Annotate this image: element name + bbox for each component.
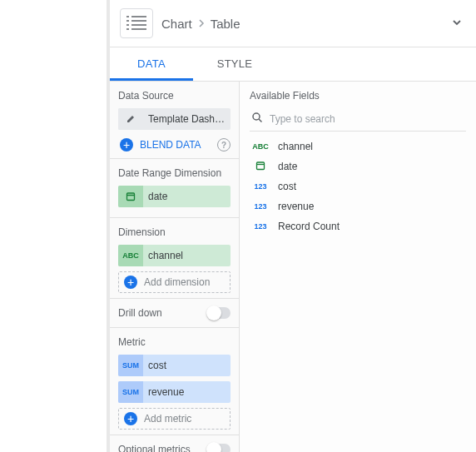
optional-metrics-toggle[interactable] [207, 444, 231, 452]
number-type-icon: 123 [251, 202, 270, 211]
date-range-chip[interactable]: date [118, 186, 231, 207]
field-revenue[interactable]: 123 revenue [250, 196, 466, 216]
calendar-icon [118, 186, 143, 207]
section-metric: Metric SUM cost SUM revenue + Add metric [110, 328, 239, 435]
data-source-name: Template Dashbo... [143, 113, 231, 125]
optional-metrics-row: Optional metrics [110, 435, 239, 452]
field-label: cost [278, 181, 296, 192]
section-data-source: Data Source Template Dashbo... + BLEND D… [110, 82, 239, 159]
field-record-count[interactable]: 123 Record Count [250, 216, 466, 236]
chevron-down-icon[interactable] [451, 17, 463, 31]
sum-badge: SUM [118, 381, 143, 403]
data-source-chip[interactable]: Template Dashbo... [118, 108, 231, 130]
section-dimension: Dimension ABC channel + Add dimension [110, 218, 239, 299]
metric-name: cost [143, 360, 231, 371]
date-range-title: Date Range Dimension [118, 167, 231, 179]
add-metric-button[interactable]: + Add metric [118, 408, 231, 430]
calendar-icon [251, 161, 270, 172]
field-label: Record Count [278, 221, 340, 232]
dimension-chip-channel[interactable]: ABC channel [118, 245, 231, 266]
chart-type-table-icon[interactable] [120, 8, 153, 38]
tab-data[interactable]: DATA [110, 47, 193, 81]
search-input[interactable] [270, 113, 464, 125]
date-range-name: date [143, 191, 231, 202]
field-label: revenue [278, 201, 314, 212]
field-label: channel [278, 141, 313, 152]
section-date-range: Date Range Dimension date [110, 159, 239, 218]
left-gutter [0, 0, 110, 452]
abc-type-icon: ABC [251, 142, 270, 151]
metric-chip-cost[interactable]: SUM cost [118, 355, 231, 376]
svg-line-11 [259, 119, 262, 122]
breadcrumb-table: Table [211, 17, 240, 31]
svg-rect-12 [257, 162, 265, 170]
svg-rect-8 [127, 193, 135, 201]
field-date[interactable]: date [250, 156, 466, 176]
blend-data-label: BLEND DATA [140, 139, 201, 151]
dimension-name: channel [143, 250, 231, 261]
metric-name: revenue [143, 386, 231, 398]
data-source-title: Data Source [118, 90, 231, 102]
drill-down-label: Drill down [118, 307, 207, 319]
pencil-icon [118, 108, 143, 130]
search-row [250, 108, 466, 132]
help-icon[interactable]: ? [217, 138, 231, 151]
blend-data-button[interactable]: + BLEND DATA ? [118, 135, 231, 153]
sum-badge: SUM [118, 355, 143, 376]
search-icon [251, 112, 263, 126]
field-channel[interactable]: ABC channel [250, 137, 466, 156]
add-dimension-label: Add dimension [144, 276, 210, 288]
dimension-title: Dimension [118, 226, 231, 238]
available-fields-title: Available Fields [250, 90, 466, 102]
add-metric-label: Add metric [144, 413, 191, 425]
field-label: date [278, 161, 297, 172]
tab-style[interactable]: STYLE [193, 47, 276, 81]
drill-down-row: Drill down [110, 299, 239, 328]
optional-metrics-label: Optional metrics [118, 444, 207, 452]
plus-icon: + [120, 138, 133, 151]
svg-point-10 [253, 113, 260, 120]
abc-badge: ABC [118, 245, 143, 266]
plus-icon: + [124, 276, 137, 289]
breadcrumb-chart: Chart [161, 17, 192, 31]
number-type-icon: 123 [251, 182, 270, 191]
panel-header: Chart Table [110, 0, 476, 47]
breadcrumb[interactable]: Chart Table [161, 17, 443, 31]
drill-down-toggle[interactable] [207, 307, 231, 319]
metric-chip-revenue[interactable]: SUM revenue [118, 381, 231, 403]
tabs: DATA STYLE [110, 47, 476, 82]
data-column: Data Source Template Dashbo... + BLEND D… [110, 82, 240, 452]
chevron-right-icon [197, 19, 206, 27]
metric-title: Metric [118, 336, 231, 348]
number-type-icon: 123 [251, 222, 270, 231]
available-fields-column: Available Fields ABC channel date [240, 82, 476, 452]
field-cost[interactable]: 123 cost [250, 176, 466, 196]
plus-icon: + [124, 412, 137, 425]
add-dimension-button[interactable]: + Add dimension [118, 271, 231, 293]
